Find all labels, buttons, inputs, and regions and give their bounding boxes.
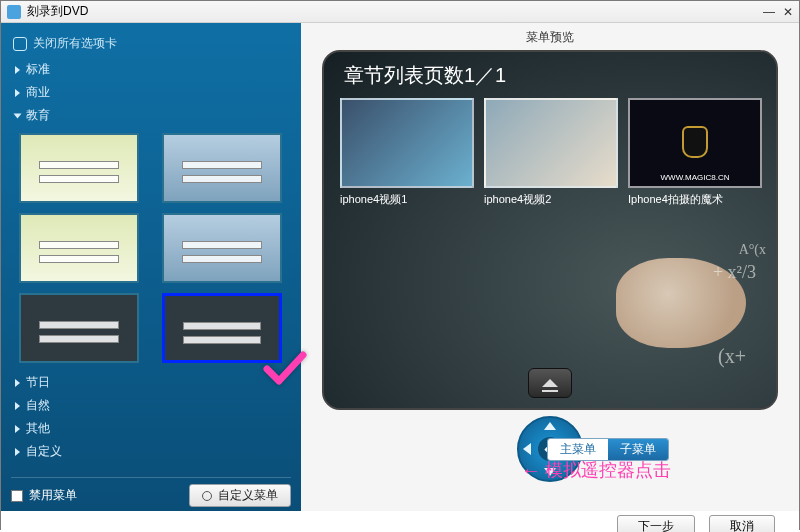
eject-icon: [542, 379, 558, 387]
sidebar-item-label: 商业: [26, 84, 50, 101]
preview-title: 菜单预览: [526, 29, 574, 46]
sidebar: 关闭所有选项卡 标准 商业 教育 节日 自然 其他 自定义 禁用菜单: [1, 23, 301, 511]
sidebar-item-label: 自定义: [26, 443, 62, 460]
chapter-caption: Iphone4拍摄的魔术: [628, 192, 762, 207]
app-icon: [7, 5, 21, 19]
preview-panel: 菜单预览 A°(x + x²/3 (x+ 章节列表页数1／1 iphone4视频…: [301, 23, 799, 511]
chapter-url: WWW.MAGIC8.CN: [630, 173, 760, 182]
disable-menu-label: 禁用菜单: [29, 487, 77, 504]
sidebar-item-custom[interactable]: 自定义: [11, 440, 291, 463]
annotation-text: 模拟遥控器点击: [545, 458, 671, 482]
eject-button[interactable]: [528, 368, 572, 398]
template-grid: [19, 133, 291, 363]
tab-sub-menu[interactable]: 子菜单: [608, 439, 668, 460]
chalk-text: A°(x: [739, 242, 766, 258]
minimize-button[interactable]: —: [763, 5, 775, 19]
sidebar-item-nature[interactable]: 自然: [11, 394, 291, 417]
title-bar: 刻录到DVD — ✕: [1, 1, 799, 23]
close-all-tabs[interactable]: 关闭所有选项卡: [13, 35, 289, 52]
sidebar-item-education[interactable]: 教育: [11, 104, 291, 127]
sidebar-item-label: 教育: [26, 107, 50, 124]
dpad-left[interactable]: [523, 443, 531, 455]
checkbox-icon: [11, 490, 23, 502]
sidebar-item-standard[interactable]: 标准: [11, 58, 291, 81]
annotation: ← 模拟遥控器点击: [521, 458, 671, 482]
collapse-icon: [13, 37, 27, 51]
arrow-icon: ←: [521, 459, 541, 482]
template-thumb[interactable]: [162, 213, 282, 283]
disable-menu-checkbox[interactable]: 禁用菜单: [11, 484, 77, 507]
template-thumb[interactable]: [162, 133, 282, 203]
remote-area: ↵ 主菜单 子菜单 ← 模拟遥控器点击: [311, 416, 789, 482]
sidebar-item-holiday[interactable]: 节日: [11, 371, 291, 394]
chapter-heading: 章节列表页数1／1: [344, 62, 506, 89]
sidebar-item-label: 自然: [26, 397, 50, 414]
template-thumb[interactable]: [19, 213, 139, 283]
chalk-text: + x²/3: [713, 262, 756, 283]
custom-menu-button[interactable]: 自定义菜单: [189, 484, 291, 507]
chevron-right-icon: [15, 89, 20, 97]
chapter-thumb[interactable]: WWW.MAGIC8.CN Iphone4拍摄的魔术: [628, 98, 762, 207]
gear-icon: [202, 491, 212, 501]
chevron-right-icon: [15, 425, 20, 433]
window-title: 刻录到DVD: [27, 3, 88, 20]
footer-bar: 下一步 取消: [1, 511, 799, 532]
sidebar-item-other[interactable]: 其他: [11, 417, 291, 440]
chevron-right-icon: [15, 379, 20, 387]
chapter-thumb[interactable]: iphone4视频2: [484, 98, 618, 207]
custom-menu-label: 自定义菜单: [218, 487, 278, 504]
close-all-label: 关闭所有选项卡: [33, 35, 117, 52]
cancel-button[interactable]: 取消: [709, 515, 775, 533]
template-thumb[interactable]: [19, 293, 139, 363]
checkmark-icon: [263, 351, 303, 387]
chevron-right-icon: [15, 448, 20, 456]
chevron-right-icon: [15, 402, 20, 410]
chapter-caption: iphone4视频2: [484, 192, 618, 207]
sidebar-item-label: 标准: [26, 61, 50, 78]
chevron-right-icon: [15, 66, 20, 74]
chevron-down-icon: [14, 113, 22, 118]
sidebar-item-label: 其他: [26, 420, 50, 437]
tab-main-menu[interactable]: 主菜单: [548, 439, 608, 460]
chapter-thumb[interactable]: iphone4视频1: [340, 98, 474, 207]
chapter-caption: iphone4视频1: [340, 192, 474, 207]
next-button[interactable]: 下一步: [617, 515, 695, 533]
chalk-text: (x+: [718, 345, 746, 368]
close-button[interactable]: ✕: [783, 5, 793, 19]
template-thumb[interactable]: [19, 133, 139, 203]
sidebar-item-label: 节日: [26, 374, 50, 391]
sidebar-item-business[interactable]: 商业: [11, 81, 291, 104]
menu-preview: A°(x + x²/3 (x+ 章节列表页数1／1 iphone4视频1 iph…: [322, 50, 778, 410]
dpad-up[interactable]: [544, 422, 556, 430]
